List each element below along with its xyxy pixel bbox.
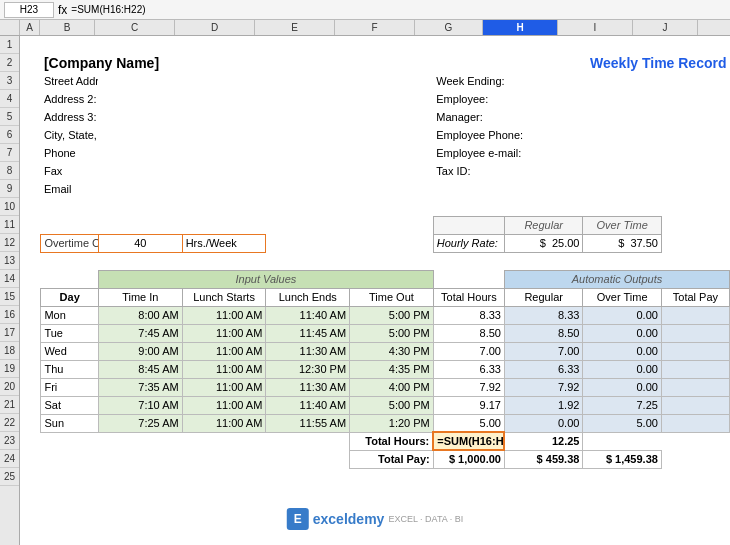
total-pay-tue (661, 324, 729, 342)
lunch-ends-fri[interactable]: 11:30 AM (266, 378, 350, 396)
overtime-total: $ 459.38 (504, 450, 582, 468)
total-pay-fri (661, 378, 729, 396)
col-header-f[interactable]: F (335, 20, 415, 35)
overtime-sat: 7.25 (583, 396, 661, 414)
time-in-tue[interactable]: 7:45 AM (98, 324, 182, 342)
time-out-fri[interactable]: 4:00 PM (350, 378, 434, 396)
time-out-thu[interactable]: 4:35 PM (350, 360, 434, 378)
col-header-h[interactable]: H (483, 20, 558, 35)
col-header-j[interactable]: J (633, 20, 698, 35)
regular-wed: 7.00 (504, 342, 582, 360)
day-fri: Fri (41, 378, 99, 396)
day-wed: Wed (41, 342, 99, 360)
watermark-icon: E (287, 508, 309, 530)
content-area: [Company Name] Weekly Time Record Street… (20, 36, 730, 545)
row-2: [Company Name] Weekly Time Record (20, 54, 730, 72)
formula-bar: H23 fx =SUM(H16:H22) (0, 0, 730, 20)
time-in-thu[interactable]: 8:45 AM (98, 360, 182, 378)
fax-label: Fax (41, 162, 99, 180)
lunch-ends-wed[interactable]: 11:30 AM (266, 342, 350, 360)
overtime-fri: 0.00 (583, 378, 661, 396)
input-values-header: Input Values (98, 270, 433, 288)
time-out-mon[interactable]: 5:00 PM (350, 306, 434, 324)
overtime-value[interactable]: 40 (98, 234, 182, 252)
row-num-16: 16 (0, 306, 19, 324)
address3-label: Address 3: (41, 108, 99, 126)
auto-outputs-header: Automatic Outputs (504, 270, 729, 288)
regular-mon: 8.33 (504, 306, 582, 324)
email-label: Email (41, 180, 99, 198)
overtime-sun: 5.00 (583, 414, 661, 432)
row-4: Address 2: Employee: (20, 90, 730, 108)
total-hours-fri: 7.92 (433, 378, 504, 396)
time-out-sun[interactable]: 1:20 PM (350, 414, 434, 432)
grand-total: $ 1,459.38 (583, 450, 661, 468)
row-num-10: 10 (0, 198, 19, 216)
row-num-8: 8 (0, 162, 19, 180)
overtime-header: Over Time (583, 216, 661, 234)
cell-reference[interactable]: H23 (4, 2, 54, 18)
lunch-starts-thu[interactable]: 11:00 AM (182, 360, 266, 378)
lunch-starts-fri[interactable]: 11:00 AM (182, 378, 266, 396)
employee-label: Employee: (433, 90, 504, 108)
sheet-body: 1 2 3 4 5 6 7 8 9 10 11 12 13 14 15 16 1… (0, 36, 730, 545)
table-row: Mon 8:00 AM 11:00 AM 11:40 AM 5:00 PM 8.… (20, 306, 730, 324)
col-header-c[interactable]: C (95, 20, 175, 35)
row-num-24: 24 (0, 450, 19, 468)
watermark: E exceldemy EXCEL · DATA · BI (287, 508, 463, 530)
row-7: Phone Employee e-mail: (20, 144, 730, 162)
overtime-thu: 0.00 (583, 360, 661, 378)
lunch-ends-tue[interactable]: 11:45 AM (266, 324, 350, 342)
time-in-wed[interactable]: 9:00 AM (98, 342, 182, 360)
row-numbers: 1 2 3 4 5 6 7 8 9 10 11 12 13 14 15 16 1… (0, 36, 20, 545)
row-24: Total Pay: $ 1,000.00 $ 459.38 $ 1,459.3… (20, 450, 730, 468)
lunch-starts-wed[interactable]: 11:00 AM (182, 342, 266, 360)
total-hours-thu: 6.33 (433, 360, 504, 378)
time-out-tue[interactable]: 5:00 PM (350, 324, 434, 342)
day-thu: Thu (41, 360, 99, 378)
total-pay-mon (661, 306, 729, 324)
col-header-b[interactable]: B (40, 20, 95, 35)
total-regular-overtime: 12.25 (504, 432, 582, 450)
total-pay-thu (661, 360, 729, 378)
row-3: Street Address: Week Ending: (20, 72, 730, 90)
regular-total: $ 1,000.00 (433, 450, 504, 468)
total-pay-label: Total Pay: (350, 450, 434, 468)
time-out-col-header: Time Out (350, 288, 434, 306)
time-in-mon[interactable]: 8:00 AM (98, 306, 182, 324)
lunch-ends-col-header: Lunch Ends (266, 288, 350, 306)
time-in-sun[interactable]: 7:25 AM (98, 414, 182, 432)
tax-id-label: Tax ID: (433, 162, 504, 180)
company-name: [Company Name] (41, 54, 266, 72)
row-num-14: 14 (0, 270, 19, 288)
time-in-sat[interactable]: 7:10 AM (98, 396, 182, 414)
col-header-a[interactable]: A (20, 20, 40, 35)
lunch-ends-mon[interactable]: 11:40 AM (266, 306, 350, 324)
day-col-header: Day (41, 288, 99, 306)
row-num-11: 11 (0, 216, 19, 234)
lunch-starts-sun[interactable]: 11:00 AM (182, 414, 266, 432)
total-pay-col-header: Total Pay (661, 288, 729, 306)
row-num-21: 21 (0, 396, 19, 414)
time-out-wed[interactable]: 4:30 PM (350, 342, 434, 360)
col-header-e[interactable]: E (255, 20, 335, 35)
col-header-i[interactable]: I (558, 20, 633, 35)
time-out-sat[interactable]: 5:00 PM (350, 396, 434, 414)
lunch-ends-sun[interactable]: 11:55 AM (266, 414, 350, 432)
lunch-starts-mon[interactable]: 11:00 AM (182, 306, 266, 324)
total-hours-formula[interactable]: =SUM(H16:H22) (433, 432, 504, 450)
time-in-fri[interactable]: 7:35 AM (98, 378, 182, 396)
lunch-ends-thu[interactable]: 12:30 PM (266, 360, 350, 378)
regular-fri: 7.92 (504, 378, 582, 396)
col-header-g[interactable]: G (415, 20, 483, 35)
row-23: Total Hours: =SUM(H16:H22) 12.25 (20, 432, 730, 450)
lunch-starts-tue[interactable]: 11:00 AM (182, 324, 266, 342)
row-9: Email (20, 180, 730, 198)
overtime-tue: 0.00 (583, 324, 661, 342)
formula-content: =SUM(H16:H22) (71, 4, 726, 15)
row-num-19: 19 (0, 360, 19, 378)
row-1 (20, 36, 730, 54)
lunch-ends-sat[interactable]: 11:40 AM (266, 396, 350, 414)
lunch-starts-sat[interactable]: 11:00 AM (182, 396, 266, 414)
col-header-d[interactable]: D (175, 20, 255, 35)
